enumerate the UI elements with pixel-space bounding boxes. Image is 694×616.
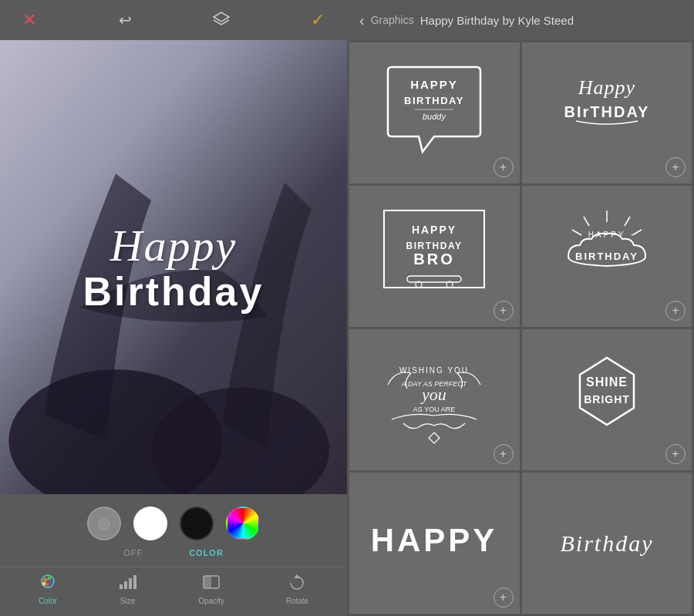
check-icon: ✓ xyxy=(311,10,325,30)
breadcrumb: Graphics xyxy=(371,14,414,26)
svg-marker-41 xyxy=(429,433,440,443)
overlay-happy: Happy xyxy=(18,220,330,270)
graphic-cell-2[interactable]: Happy BIrTHDAY + xyxy=(522,42,692,183)
bottom-tabs: Color Size xyxy=(0,567,347,610)
sticker-5: WISHING YOU A DAY AS PERFECT you AS YOU … xyxy=(372,346,496,454)
confirm-button[interactable]: ✓ xyxy=(304,6,332,34)
rotate-tab-icon xyxy=(288,574,306,595)
svg-marker-15 xyxy=(294,574,300,578)
svg-line-31 xyxy=(625,217,630,226)
page-title: Happy Birthday by Kyle Steed xyxy=(420,14,574,27)
svg-rect-14 xyxy=(204,576,211,588)
opacity-tab-label: Opacity xyxy=(198,597,224,605)
svg-rect-10 xyxy=(124,581,127,589)
svg-rect-11 xyxy=(129,578,132,589)
svg-rect-45 xyxy=(372,567,496,597)
color-tab-label: Color xyxy=(39,597,57,605)
add-button-6[interactable]: + xyxy=(665,444,686,464)
sticker-4: · HAPPY · BIRTHDAY xyxy=(545,203,669,311)
overlay-text: Happy Birthday xyxy=(18,220,330,314)
graphics-grid: HAPPY BIRTHDAY buddy + Happy BIrTHDAY + xyxy=(347,40,694,616)
sticker-2: Happy BIrTHDAY xyxy=(545,59,669,167)
sticker-8: Birthday xyxy=(545,490,669,597)
size-tab-label: Size xyxy=(120,597,135,605)
right-header: ‹ Graphics Happy Birthday by Kyle Steed xyxy=(347,0,694,40)
close-button[interactable]: ✕ xyxy=(15,6,43,34)
left-toolbar: ✕ ↩ ✓ xyxy=(0,0,347,40)
color-label: COLOR xyxy=(189,548,224,557)
sticker-1: HAPPY BIRTHDAY buddy xyxy=(372,59,496,167)
photo-background: Happy Birthday xyxy=(0,40,347,494)
graphic-cell-1[interactable]: HAPPY BIRTHDAY buddy + xyxy=(349,42,520,183)
add-button-7[interactable]: + xyxy=(494,587,514,608)
graphic-cell-5[interactable]: WISHING YOU A DAY AS PERFECT you AS YOU … xyxy=(349,329,520,470)
label-row: OFF COLOR xyxy=(0,548,347,557)
back-chevron-icon[interactable]: ‹ xyxy=(359,12,365,29)
graphic-cell-7[interactable]: HAPPY + xyxy=(349,473,520,614)
svg-text:Happy: Happy xyxy=(578,76,635,99)
sticker-7: HAPPY xyxy=(372,490,496,597)
undo-button[interactable]: ↩ xyxy=(112,6,140,34)
svg-text:SHINE: SHINE xyxy=(586,375,628,389)
rotate-tab-label: Rotate xyxy=(286,597,308,605)
add-button-2[interactable]: + xyxy=(665,157,686,177)
svg-text:you: you xyxy=(420,385,446,404)
left-panel: ✕ ↩ ✓ xyxy=(0,0,347,616)
tab-opacity[interactable]: Opacity xyxy=(190,572,232,607)
close-icon: ✕ xyxy=(22,12,36,29)
size-tab-icon xyxy=(118,574,136,595)
rainbow-swatch[interactable] xyxy=(226,507,260,540)
svg-text:BRO: BRO xyxy=(414,251,455,268)
graphic-cell-6[interactable]: SHINE BRIGHT + xyxy=(522,329,692,470)
svg-point-4 xyxy=(43,578,47,582)
svg-text:HAPPY: HAPPY xyxy=(372,522,496,558)
svg-point-8 xyxy=(42,582,45,586)
tab-size[interactable]: Size xyxy=(110,572,144,607)
color-tab-icon xyxy=(39,574,57,595)
photo-canvas: Happy Birthday xyxy=(0,40,347,494)
svg-text:buddy: buddy xyxy=(423,112,446,121)
sticker-3: HAPPY BIRTHDAY BRO xyxy=(372,203,496,311)
svg-point-5 xyxy=(47,577,51,581)
svg-text:HAPPY: HAPPY xyxy=(410,78,458,91)
svg-text:HAPPY: HAPPY xyxy=(412,224,456,236)
color-row xyxy=(0,507,347,540)
sticker-6: SHINE BRIGHT xyxy=(545,346,669,454)
svg-text:BIRTHDAY: BIRTHDAY xyxy=(406,241,463,251)
undo-icon: ↩ xyxy=(119,11,132,29)
svg-text:Birthday: Birthday xyxy=(560,530,653,556)
svg-text:BRIGHT: BRIGHT xyxy=(584,393,630,406)
svg-text:BIRTHDAY: BIRTHDAY xyxy=(404,95,464,106)
svg-text:BIrTHDAY: BIrTHDAY xyxy=(564,103,649,120)
off-label: OFF xyxy=(123,548,143,557)
svg-rect-9 xyxy=(120,584,123,589)
svg-text:AS YOU ARE: AS YOU ARE xyxy=(413,406,455,413)
layers-icon xyxy=(212,11,231,30)
svg-rect-12 xyxy=(133,575,136,589)
graphic-cell-8[interactable]: Birthday xyxy=(522,473,692,614)
svg-text:· HAPPY ·: · HAPPY · xyxy=(579,231,635,239)
svg-line-32 xyxy=(584,217,589,226)
right-panel: ‹ Graphics Happy Birthday by Kyle Steed … xyxy=(347,0,694,616)
opacity-tab-icon xyxy=(202,574,221,595)
overlay-birthday: Birthday xyxy=(18,270,330,314)
svg-text:BIRTHDAY: BIRTHDAY xyxy=(575,251,638,262)
tab-color[interactable]: Color xyxy=(31,572,65,607)
svg-point-6 xyxy=(49,581,52,585)
graphic-cell-4[interactable]: · HAPPY · BIRTHDAY + xyxy=(522,186,692,327)
layers-button[interactable] xyxy=(207,6,235,34)
transparent-swatch[interactable] xyxy=(87,507,121,540)
black-swatch[interactable] xyxy=(180,507,214,540)
add-button-3[interactable]: + xyxy=(494,301,514,321)
bottom-controls: OFF COLOR Color xyxy=(0,494,347,616)
add-button-5[interactable]: + xyxy=(494,444,514,464)
white-swatch[interactable] xyxy=(133,507,167,540)
svg-text:WISHING YOU: WISHING YOU xyxy=(399,366,469,375)
svg-rect-47 xyxy=(545,563,669,597)
add-button-4[interactable]: + xyxy=(665,301,686,321)
add-button-1[interactable]: + xyxy=(494,157,514,177)
svg-rect-27 xyxy=(407,276,461,282)
graphic-cell-3[interactable]: HAPPY BIRTHDAY BRO + xyxy=(349,186,520,327)
tab-rotate[interactable]: Rotate xyxy=(278,572,316,607)
